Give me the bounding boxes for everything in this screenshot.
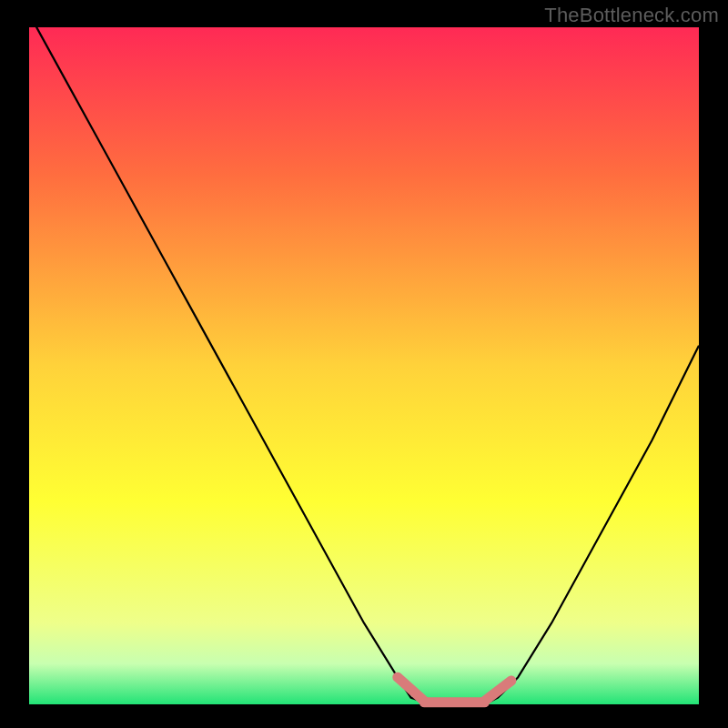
heat-gradient-background — [29, 27, 699, 704]
chart-frame: TheBottleneck.com — [0, 0, 728, 728]
watermark-text: TheBottleneck.com — [544, 4, 719, 27]
bottleneck-chart — [0, 0, 728, 728]
